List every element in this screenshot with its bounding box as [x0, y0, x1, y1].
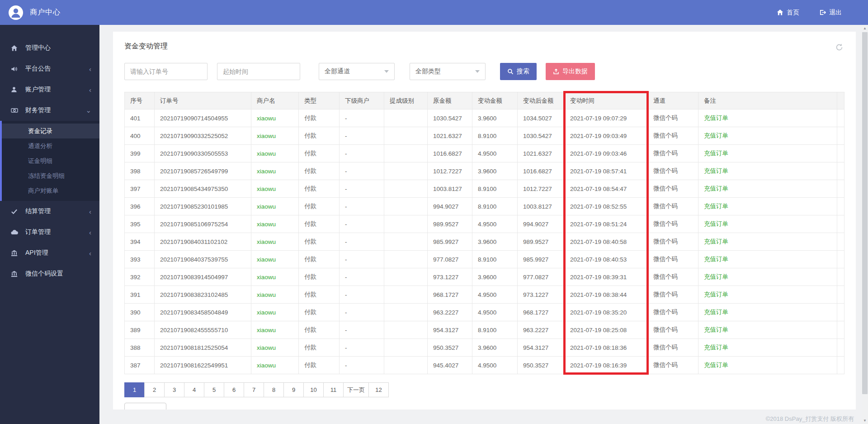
table-cell — [384, 233, 428, 251]
start-time-input[interactable] — [217, 63, 300, 80]
pagination-page-button-5[interactable]: 5 — [204, 382, 224, 397]
table-cell: 微信个码 — [648, 127, 698, 145]
table-cell: 1030.5427 — [518, 127, 565, 145]
table-cell: 400 — [125, 127, 155, 145]
table-cell — [384, 127, 428, 145]
table-cell: 付款 — [299, 127, 340, 145]
table-cell: 20210719084031102102 — [155, 233, 251, 251]
chevron-left-icon: ‹ — [89, 229, 91, 236]
sidebar-item-label: 管理中心 — [25, 44, 91, 52]
column-header: 原金额 — [428, 92, 472, 110]
pagination-page-button-12[interactable]: 12 — [368, 382, 389, 397]
chevron-down-icon: ⌄ — [85, 106, 91, 114]
table-cell: 963.2227 — [428, 304, 472, 321]
caret-down-icon — [384, 70, 389, 73]
sidebar-item-order-management[interactable]: 订单管理 ‹ — [0, 222, 99, 243]
sidebar: 管理中心 平台公告 ‹ 账户管理 ‹ 财务管理 ⌄ 资金记录 通道分析 证 — [0, 25, 99, 424]
sidebar-item-account-management[interactable]: 账户管理 ‹ — [0, 79, 99, 100]
table-cell: 390 — [125, 304, 155, 321]
sidebar-item-settlement-management[interactable]: 结算管理 ‹ — [0, 201, 99, 222]
pagination-next-button[interactable]: 下一页 — [343, 382, 369, 397]
nav-logout-link[interactable]: 退出 — [819, 9, 842, 17]
table-cell: 1021.6327 — [428, 127, 472, 145]
sidebar-subitem-frozen-funds-detail[interactable]: 冻结资金明细 — [2, 168, 99, 183]
table-cell — [384, 145, 428, 162]
table-cell: xiaowu — [251, 251, 299, 268]
table-cell: 387 — [125, 357, 155, 374]
table-cell: 微信个码 — [648, 286, 698, 304]
refresh-icon[interactable] — [835, 43, 843, 53]
table-cell: 付款 — [299, 198, 340, 215]
table-cell-filler — [837, 268, 844, 286]
type-select[interactable]: 全部类型 — [410, 63, 486, 80]
table-cell: 充值订单 — [698, 233, 837, 251]
table-cell: 充值订单 — [698, 162, 837, 180]
table-cell — [384, 321, 428, 339]
table-cell — [384, 286, 428, 304]
table-cell: - — [340, 215, 384, 233]
chevron-left-icon: ‹ — [89, 208, 91, 215]
content-card: 资金变动管理 全部通道 全部类型 — [113, 32, 856, 410]
table-row: 39820210719085726549799xiaowu付款-1012.722… — [125, 162, 844, 180]
user-avatar-icon[interactable] — [8, 5, 24, 20]
channel-select[interactable]: 全部通道 — [319, 63, 395, 80]
pagination-page-button-1[interactable]: 1 — [124, 382, 145, 397]
pagination: 1234567891011下一页12 — [124, 382, 844, 397]
table-cell: - — [340, 268, 384, 286]
table-cell: - — [340, 357, 384, 374]
sidebar-subitem-channel-analysis[interactable]: 通道分析 — [2, 138, 99, 153]
pagination-page-button-4[interactable]: 4 — [184, 382, 204, 397]
pagination-page-button-10[interactable]: 10 — [303, 382, 324, 397]
scrollbar-thumb[interactable] — [862, 32, 868, 394]
table-cell: 付款 — [299, 268, 340, 286]
sidebar-subitem-merchant-statement[interactable]: 商户对账单 — [2, 183, 99, 198]
table-cell: 396 — [125, 198, 155, 215]
table-cell: 微信个码 — [648, 110, 698, 127]
pagination-page-button-7[interactable]: 7 — [244, 382, 264, 397]
column-header: 下级商户 — [340, 92, 384, 110]
sidebar-item-management-center[interactable]: 管理中心 — [0, 38, 99, 58]
column-header: 变动金额 — [472, 92, 518, 110]
table-cell: 973.1227 — [428, 268, 472, 286]
pagination-page-button-11[interactable]: 11 — [323, 382, 344, 397]
table-cell: 977.0827 — [428, 251, 472, 268]
table-cell-filler — [837, 321, 844, 339]
pagination-page-button-9[interactable]: 9 — [283, 382, 304, 397]
export-data-button[interactable]: 导出数据 — [546, 63, 595, 80]
table-cell-filler — [837, 215, 844, 233]
table-cell: 微信个码 — [648, 180, 698, 198]
pagination-page-button-6[interactable]: 6 — [224, 382, 244, 397]
pagination-page-button-2[interactable]: 2 — [144, 382, 165, 397]
table-cell: 微信个码 — [648, 233, 698, 251]
table-cell — [384, 268, 428, 286]
sidebar-item-api-management[interactable]: API管理 ‹ — [0, 243, 99, 263]
search-button[interactable]: 搜索 — [500, 63, 537, 80]
sidebar-item-wechat-code-settings[interactable]: 微信个码设置 — [0, 263, 99, 284]
export-button-label: 导出数据 — [562, 67, 588, 76]
page-size-select[interactable] — [124, 403, 166, 410]
table-cell: 微信个码 — [648, 268, 698, 286]
sidebar-subitem-deposit-detail[interactable]: 证金明细 — [2, 153, 99, 168]
table-cell: 微信个码 — [648, 321, 698, 339]
table-cell: 977.0827 — [518, 268, 565, 286]
pagination-page-button-3[interactable]: 3 — [164, 382, 184, 397]
nav-home-link[interactable]: 首页 — [777, 9, 799, 17]
table-cell: 微信个码 — [648, 162, 698, 180]
table-cell: 1016.6827 — [518, 162, 565, 180]
scroll-down-arrow-icon[interactable]: ▼ — [862, 417, 868, 424]
bank-icon — [11, 250, 20, 257]
table-cell: 8.9100 — [472, 251, 518, 268]
table-cell: 994.9027 — [518, 215, 565, 233]
sidebar-item-finance-management[interactable]: 财务管理 ⌄ — [0, 100, 99, 121]
scroll-up-arrow-icon[interactable]: ▲ — [862, 25, 868, 32]
table-cell: 付款 — [299, 162, 340, 180]
table-cell: 2021-07-19 08:35:20 — [565, 304, 648, 321]
vertical-scrollbar[interactable]: ▲ ▼ — [862, 25, 868, 424]
table-cell: 963.2227 — [518, 321, 565, 339]
order-number-input[interactable] — [124, 63, 208, 80]
sidebar-subitem-fund-records[interactable]: 资金记录 — [2, 124, 99, 138]
sidebar-item-platform-announcements[interactable]: 平台公告 ‹ — [0, 58, 99, 79]
table-cell: 充值订单 — [698, 110, 837, 127]
table-cell: 充值订单 — [698, 357, 837, 374]
pagination-page-button-8[interactable]: 8 — [264, 382, 284, 397]
